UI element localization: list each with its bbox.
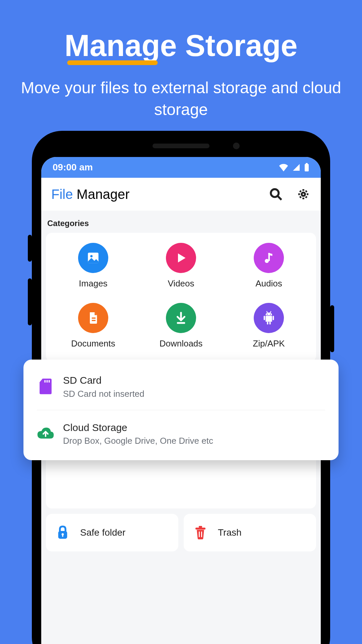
bottom-row: Safe folder Trash [46, 514, 316, 551]
app-title: File Manager [51, 187, 262, 202]
music-icon [254, 243, 284, 273]
svg-rect-17 [264, 316, 265, 320]
document-icon [78, 303, 108, 333]
safe-folder-label: Safe folder [80, 527, 125, 538]
storage-title: Cloud Storage [63, 421, 213, 435]
category-videos[interactable]: Videos [137, 243, 225, 289]
status-time: 09:00 am [53, 162, 93, 173]
categories-grid: Images Videos Audios Documents [46, 233, 316, 362]
svg-rect-29 [201, 531, 202, 537]
svg-point-13 [270, 314, 271, 315]
play-icon [166, 243, 196, 273]
svg-rect-20 [269, 322, 271, 324]
category-zip-apk[interactable]: Zip/APK [225, 303, 313, 349]
trash-button[interactable]: Trash [184, 514, 316, 551]
svg-rect-25 [62, 535, 63, 537]
phone-camera [233, 143, 240, 149]
svg-line-3 [278, 196, 282, 200]
storage-sub: SD Card not inserted [63, 389, 144, 399]
status-bar: 09:00 am [41, 157, 321, 178]
lock-icon [54, 524, 71, 541]
category-downloads[interactable]: Downloads [137, 303, 225, 349]
svg-rect-28 [199, 531, 200, 537]
android-icon [254, 303, 284, 333]
svg-rect-32 [49, 380, 50, 382]
category-label: Images [79, 278, 107, 289]
storage-cloud[interactable]: Cloud Storage Drop Box, Google Drive, On… [23, 410, 339, 457]
promo-underline [67, 60, 158, 65]
svg-rect-30 [44, 380, 46, 382]
sd-card-icon [37, 378, 54, 395]
category-label: Documents [71, 338, 115, 349]
svg-line-14 [267, 311, 267, 313]
safe-folder-button[interactable]: Safe folder [46, 514, 178, 551]
svg-rect-18 [273, 316, 274, 320]
phone-side-button [330, 305, 334, 352]
category-label: Audios [255, 278, 282, 289]
svg-point-7 [265, 259, 269, 263]
svg-rect-26 [195, 528, 205, 530]
cloud-upload-icon [37, 425, 54, 442]
category-documents[interactable]: Documents [49, 303, 137, 349]
settings-button[interactable] [296, 187, 311, 202]
svg-rect-1 [306, 163, 308, 164]
battery-icon [304, 163, 309, 172]
svg-rect-9 [92, 318, 96, 319]
section-categories-label: Categories [41, 211, 321, 233]
trash-icon [192, 524, 209, 541]
phone-side-button [28, 235, 32, 262]
storage-popout: SD Card SD Card not inserted Cloud Stora… [23, 360, 339, 460]
wifi-icon [279, 163, 289, 171]
category-label: Zip/APK [253, 338, 285, 349]
storage-sub: Drop Box, Google Drive, One Drive etc [63, 436, 213, 446]
category-audios[interactable]: Audios [225, 243, 313, 289]
svg-rect-0 [305, 164, 309, 171]
svg-point-6 [90, 255, 93, 257]
svg-rect-16 [265, 316, 272, 322]
search-button[interactable] [268, 187, 283, 202]
svg-rect-11 [177, 322, 185, 324]
storage-sdcard[interactable]: SD Card SD Card not inserted [23, 363, 339, 410]
promo-subtitle: Move your files to external storage and … [0, 77, 362, 121]
svg-point-2 [271, 189, 279, 197]
image-icon [78, 243, 108, 273]
search-icon [269, 187, 283, 201]
svg-rect-19 [267, 322, 268, 324]
signal-icon [292, 163, 301, 171]
download-icon [166, 303, 196, 333]
gear-icon [297, 188, 310, 201]
category-label: Videos [168, 278, 194, 289]
status-icons [279, 163, 309, 172]
category-label: Downloads [160, 338, 203, 349]
trash-label: Trash [218, 527, 242, 538]
svg-line-15 [270, 311, 271, 313]
phone-side-button [28, 278, 32, 325]
phone-speaker [153, 144, 209, 148]
app-header: File Manager [41, 178, 321, 211]
svg-point-12 [267, 314, 268, 315]
svg-point-4 [302, 193, 305, 196]
storage-title: SD Card [63, 374, 144, 387]
svg-rect-10 [92, 320, 96, 321]
category-images[interactable]: Images [49, 243, 137, 289]
svg-rect-31 [47, 380, 48, 382]
promo-title: Manage Storage [64, 29, 297, 63]
svg-rect-27 [199, 526, 202, 528]
